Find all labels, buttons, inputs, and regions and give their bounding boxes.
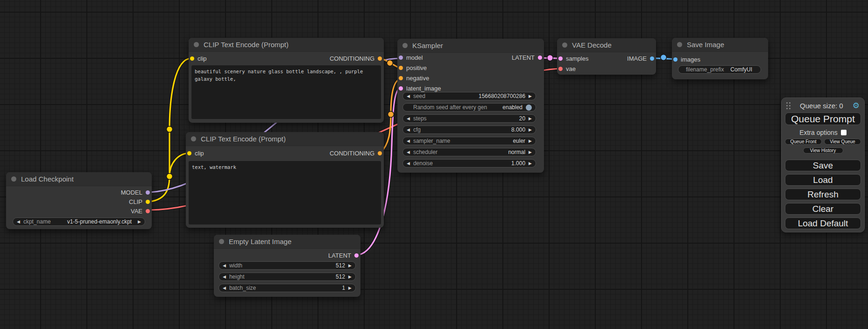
node-ksampler[interactable]: KSampler model positive negative latent_… — [397, 39, 544, 173]
denoise-widget[interactable]: ◀ denoise 1.000 ▶ — [402, 159, 536, 168]
latent-input-dot[interactable] — [558, 56, 563, 61]
decrement-arrow-icon[interactable]: ◀ — [407, 150, 410, 154]
collapse-dot-icon[interactable] — [402, 43, 408, 48]
conditioning-input-dot[interactable] — [399, 66, 403, 70]
batch-size-widget[interactable]: ◀ batch_size 1 ▶ — [219, 284, 356, 292]
conditioning-output-dot[interactable] — [378, 151, 382, 155]
decrement-arrow-icon[interactable]: ◀ — [407, 117, 410, 121]
increment-arrow-icon[interactable]: ▶ — [529, 150, 532, 154]
input-model[interactable]: model — [399, 53, 423, 62]
positive-prompt-textarea[interactable]: beautiful scenery nature glass bottle la… — [191, 65, 381, 119]
input-samples[interactable]: samples — [558, 54, 588, 63]
scheduler-widget[interactable]: ◀ scheduler normal ▶ — [402, 148, 536, 156]
conditioning-output-dot[interactable] — [378, 56, 382, 61]
latent-input-dot[interactable] — [399, 86, 403, 91]
load-default-button[interactable]: Load Default — [785, 217, 861, 229]
clear-button[interactable]: Clear — [785, 203, 861, 215]
input-latent-image[interactable]: latent_image — [399, 84, 441, 92]
decrement-arrow-icon[interactable]: ◀ — [407, 128, 410, 132]
increment-arrow-icon[interactable]: ▶ — [529, 117, 532, 121]
view-history-button[interactable]: View History — [803, 147, 843, 154]
output-latent[interactable]: LATENT — [328, 251, 359, 259]
model-output-dot[interactable] — [146, 190, 150, 195]
model-input-dot[interactable] — [399, 56, 403, 60]
node-title-bar[interactable]: CLIP Text Encode (Prompt) — [186, 132, 384, 146]
steps-widget[interactable]: ◀ steps 20 ▶ — [402, 114, 536, 123]
collapse-dot-icon[interactable] — [194, 42, 199, 47]
random-seed-toggle-widget[interactable]: Random seed after every gen enabled — [402, 103, 536, 112]
clip-output-dot[interactable] — [146, 200, 150, 204]
input-positive[interactable]: positive — [399, 63, 427, 72]
output-image[interactable]: IMAGE — [627, 54, 654, 63]
cfg-widget[interactable]: ◀ cfg 8.000 ▶ — [402, 126, 536, 134]
increment-arrow-icon[interactable]: ▶ — [529, 94, 532, 98]
node-title-bar[interactable]: Load Checkpoint — [6, 172, 152, 186]
node-vae-decode[interactable]: VAE Decode samples vae IMAGE — [557, 38, 656, 75]
queue-prompt-button[interactable]: Queue Prompt — [785, 112, 861, 125]
input-clip[interactable]: clip — [190, 54, 207, 63]
node-title-bar[interactable]: VAE Decode — [557, 38, 656, 52]
ckpt-name-widget[interactable]: ◀ ckpt_name v1-5-pruned-emaonly.ckpt ▶ — [13, 217, 145, 226]
increment-arrow-icon[interactable]: ▶ — [348, 264, 352, 268]
clip-input-dot[interactable] — [190, 56, 194, 61]
output-latent[interactable]: LATENT — [512, 53, 542, 62]
output-vae[interactable]: VAE — [131, 207, 150, 215]
input-vae[interactable]: vae — [558, 64, 576, 73]
sampler-name-widget[interactable]: ◀ sampler_name euler ▶ — [402, 137, 536, 145]
conditioning-input-dot[interactable] — [399, 76, 403, 80]
decrement-arrow-icon[interactable]: ◀ — [223, 286, 226, 290]
decrement-arrow-icon[interactable]: ◀ — [17, 220, 20, 224]
view-queue-button[interactable]: View Queue — [824, 139, 861, 145]
increment-arrow-icon[interactable]: ▶ — [348, 286, 352, 290]
decrement-arrow-icon[interactable]: ◀ — [223, 264, 226, 268]
clip-input-dot[interactable] — [187, 151, 191, 155]
toggle-circle-icon[interactable] — [526, 105, 532, 111]
node-save-image[interactable]: Save Image images filename_prefix ComfyU… — [672, 38, 768, 79]
output-model[interactable]: MODEL — [121, 188, 150, 196]
drag-handle-icon[interactable] — [786, 102, 790, 110]
extra-options-checkbox[interactable] — [841, 130, 847, 135]
queue-front-button[interactable]: Queue Front — [785, 139, 822, 145]
increment-arrow-icon[interactable]: ▶ — [529, 139, 532, 143]
filename-prefix-widget[interactable]: filename_prefix ComfyUI — [678, 65, 761, 74]
collapse-dot-icon[interactable] — [677, 42, 682, 47]
decrement-arrow-icon[interactable]: ◀ — [223, 275, 226, 279]
collapse-dot-icon[interactable] — [562, 42, 567, 48]
load-button[interactable]: Load — [785, 174, 861, 186]
input-clip[interactable]: clip — [187, 149, 204, 157]
vae-output-dot[interactable] — [146, 209, 150, 213]
comfyui-canvas[interactable]: { "colors": { "clip": "#FFD500", "model"… — [0, 0, 868, 329]
increment-arrow-icon[interactable]: ▶ — [138, 220, 141, 224]
output-conditioning[interactable]: CONDITIONING — [330, 149, 382, 157]
gear-icon[interactable]: ⚙ — [853, 101, 860, 111]
latent-output-dot[interactable] — [538, 56, 542, 60]
node-title-bar[interactable]: CLIP Text Encode (Prompt) — [189, 38, 384, 52]
node-load-checkpoint[interactable]: Load Checkpoint MODEL CLIP VAE ◀ ckpt_na… — [6, 172, 152, 229]
node-clip-text-encode-negative[interactable]: CLIP Text Encode (Prompt) clip CONDITION… — [186, 132, 384, 228]
input-negative[interactable]: negative — [399, 74, 429, 82]
increment-arrow-icon[interactable]: ▶ — [529, 128, 532, 132]
negative-prompt-textarea[interactable]: text, watermark — [189, 161, 381, 224]
increment-arrow-icon[interactable]: ▶ — [348, 275, 352, 279]
output-clip[interactable]: CLIP — [129, 197, 150, 206]
latent-output-dot[interactable] — [354, 253, 359, 258]
node-title-bar[interactable]: KSampler — [397, 39, 544, 53]
decrement-arrow-icon[interactable]: ◀ — [407, 94, 410, 98]
decrement-arrow-icon[interactable]: ◀ — [407, 161, 410, 166]
queue-panel[interactable]: Queue size: 0 ⚙ Queue Prompt Extra optio… — [781, 98, 865, 232]
collapse-dot-icon[interactable] — [219, 239, 224, 244]
height-widget[interactable]: ◀ height 512 ▶ — [219, 273, 356, 281]
node-title-bar[interactable]: Save Image — [672, 38, 768, 52]
collapse-dot-icon[interactable] — [191, 136, 196, 141]
output-conditioning[interactable]: CONDITIONING — [330, 54, 382, 63]
refresh-button[interactable]: Refresh — [785, 189, 861, 200]
node-clip-text-encode-positive[interactable]: CLIP Text Encode (Prompt) clip CONDITION… — [189, 38, 384, 123]
input-images[interactable]: images — [673, 55, 700, 63]
image-input-dot[interactable] — [673, 57, 677, 62]
decrement-arrow-icon[interactable]: ◀ — [407, 139, 410, 143]
width-widget[interactable]: ◀ width 512 ▶ — [219, 261, 356, 270]
save-button[interactable]: Save — [785, 160, 861, 171]
node-title-bar[interactable]: Empty Latent Image — [214, 235, 360, 249]
seed-widget[interactable]: ◀ seed 156680208700286 ▶ — [402, 92, 536, 100]
image-output-dot[interactable] — [650, 56, 654, 61]
